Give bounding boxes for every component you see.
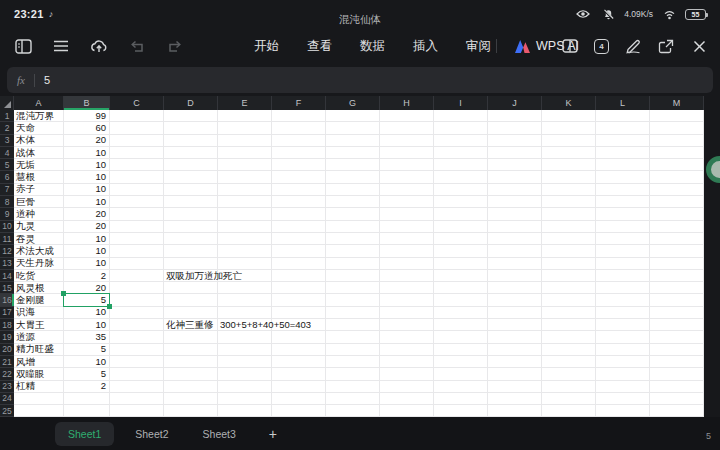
cell-H22[interactable] xyxy=(380,368,434,380)
cell-F23[interactable] xyxy=(272,381,326,393)
row-header-14[interactable]: 14 xyxy=(0,270,14,282)
row-header-8[interactable]: 8 xyxy=(0,196,14,208)
cell-A3[interactable]: 木体 xyxy=(14,135,64,147)
cell-B20[interactable]: 5 xyxy=(64,344,110,356)
cell-A12[interactable]: 术法大成 xyxy=(14,245,64,257)
cell-E5[interactable] xyxy=(218,159,272,171)
cell-F2[interactable] xyxy=(272,122,326,134)
row-header-1[interactable]: 1 xyxy=(0,110,14,122)
cell-D4[interactable] xyxy=(164,147,218,159)
sheet-tab-sheet1[interactable]: Sheet1 xyxy=(55,422,114,446)
cell-G4[interactable] xyxy=(326,147,380,159)
cell-F25[interactable] xyxy=(272,405,326,417)
cell-D21[interactable] xyxy=(164,356,218,368)
cell-B17[interactable]: 10 xyxy=(64,307,110,319)
cell-E12[interactable] xyxy=(218,245,272,257)
cell-G14[interactable] xyxy=(326,270,380,282)
cell-D1[interactable] xyxy=(164,110,218,122)
cell-H6[interactable] xyxy=(380,171,434,183)
cell-A4[interactable]: 战体 xyxy=(14,147,64,159)
cell-C15[interactable] xyxy=(110,282,164,294)
cell-E18[interactable]: 300+5+8+40+50=403 xyxy=(218,319,272,331)
cell-M9[interactable] xyxy=(650,208,704,220)
sheet-tab-sheet3[interactable]: Sheet3 xyxy=(190,422,249,446)
cell-D6[interactable] xyxy=(164,171,218,183)
cell-I3[interactable] xyxy=(434,135,488,147)
cell-J24[interactable] xyxy=(488,393,542,405)
cell-B6[interactable]: 10 xyxy=(64,171,110,183)
cell-D5[interactable] xyxy=(164,159,218,171)
cell-J25[interactable] xyxy=(488,405,542,417)
cell-A9[interactable]: 道种 xyxy=(14,208,64,220)
cell-J3[interactable] xyxy=(488,135,542,147)
cell-C5[interactable] xyxy=(110,159,164,171)
cell-C21[interactable] xyxy=(110,356,164,368)
cell-J4[interactable] xyxy=(488,147,542,159)
cell-B18[interactable]: 10 xyxy=(64,319,110,331)
cell-A14[interactable]: 吃货 xyxy=(14,270,64,282)
cell-F9[interactable] xyxy=(272,208,326,220)
cell-J10[interactable] xyxy=(488,221,542,233)
cell-B9[interactable]: 20 xyxy=(64,208,110,220)
cell-H9[interactable] xyxy=(380,208,434,220)
cell-E2[interactable] xyxy=(218,122,272,134)
col-header-G[interactable]: G xyxy=(326,96,380,110)
cell-L6[interactable] xyxy=(596,171,650,183)
cell-L11[interactable] xyxy=(596,233,650,245)
cell-M4[interactable] xyxy=(650,147,704,159)
cell-K15[interactable] xyxy=(542,282,596,294)
cell-G11[interactable] xyxy=(326,233,380,245)
cell-L4[interactable] xyxy=(596,147,650,159)
cell-D24[interactable] xyxy=(164,393,218,405)
cell-H21[interactable] xyxy=(380,356,434,368)
row-header-18[interactable]: 18 xyxy=(0,319,14,331)
cell-L13[interactable] xyxy=(596,258,650,270)
row-header-21[interactable]: 21 xyxy=(0,356,14,368)
cell-E22[interactable] xyxy=(218,368,272,380)
cell-M2[interactable] xyxy=(650,122,704,134)
cell-A17[interactable]: 识海 xyxy=(14,307,64,319)
cell-C13[interactable] xyxy=(110,258,164,270)
cell-A5[interactable]: 无垢 xyxy=(14,159,64,171)
col-header-H[interactable]: H xyxy=(380,96,434,110)
cell-M23[interactable] xyxy=(650,381,704,393)
cell-I18[interactable] xyxy=(434,319,488,331)
cell-G10[interactable] xyxy=(326,221,380,233)
cell-E1[interactable] xyxy=(218,110,272,122)
cell-A19[interactable]: 道源 xyxy=(14,331,64,343)
cell-C8[interactable] xyxy=(110,196,164,208)
cell-F14[interactable] xyxy=(272,270,326,282)
cell-L8[interactable] xyxy=(596,196,650,208)
cell-E20[interactable] xyxy=(218,344,272,356)
cell-M7[interactable] xyxy=(650,184,704,196)
row-header-7[interactable]: 7 xyxy=(0,184,14,196)
cell-B22[interactable]: 5 xyxy=(64,368,110,380)
cell-H23[interactable] xyxy=(380,381,434,393)
sheet-tab-sheet2[interactable]: Sheet2 xyxy=(122,422,181,446)
cell-A16[interactable]: 金刚腿 xyxy=(14,294,64,306)
cell-A1[interactable]: 混沌万界 xyxy=(14,110,64,122)
cell-M25[interactable] xyxy=(650,405,704,417)
cell-F4[interactable] xyxy=(272,147,326,159)
cell-F24[interactable] xyxy=(272,393,326,405)
cell-E13[interactable] xyxy=(218,258,272,270)
cell-J18[interactable] xyxy=(488,319,542,331)
cell-G12[interactable] xyxy=(326,245,380,257)
cell-B11[interactable]: 10 xyxy=(64,233,110,245)
cell-G25[interactable] xyxy=(326,405,380,417)
cell-B4[interactable]: 10 xyxy=(64,147,110,159)
cell-K4[interactable] xyxy=(542,147,596,159)
cell-L17[interactable] xyxy=(596,307,650,319)
cell-G9[interactable] xyxy=(326,208,380,220)
edit-pen-icon[interactable] xyxy=(624,37,642,55)
row-header-20[interactable]: 20 xyxy=(0,344,14,356)
menu-hamburger-icon[interactable] xyxy=(52,37,70,55)
cell-A22[interactable]: 双瞳眼 xyxy=(14,368,64,380)
cell-J11[interactable] xyxy=(488,233,542,245)
cell-I5[interactable] xyxy=(434,159,488,171)
undo-icon[interactable] xyxy=(128,37,146,55)
cell-G1[interactable] xyxy=(326,110,380,122)
cell-K1[interactable] xyxy=(542,110,596,122)
cell-B10[interactable]: 20 xyxy=(64,221,110,233)
cell-G2[interactable] xyxy=(326,122,380,134)
